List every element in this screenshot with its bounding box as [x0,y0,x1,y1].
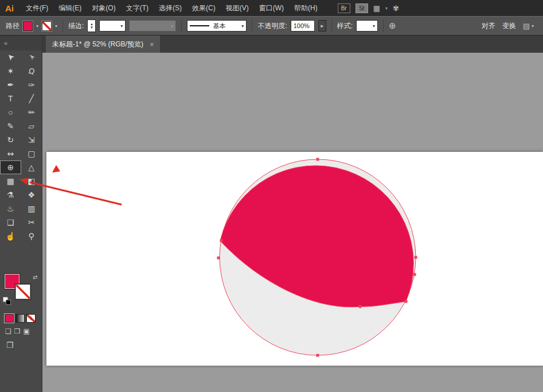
perspective-grid-tool[interactable]: △ [21,160,42,174]
none-mode-button[interactable] [26,314,36,323]
artboard-tool[interactable]: ❏ [0,215,21,229]
symbol-sprayer-tool[interactable]: ♨ [0,202,21,215]
type-tool[interactable]: T [0,92,21,105]
workspace-caret-icon[interactable]: ▾ [385,6,388,11]
separator [181,19,182,32]
default-stroke-icon[interactable] [6,300,11,305]
scale-tool[interactable]: ⇲ [21,133,42,147]
draw-behind-icon[interactable]: ❒ [14,327,21,335]
brush-caret-icon[interactable]: ▾ [171,23,173,29]
line-style-caret-icon[interactable]: ▾ [241,23,244,29]
menu-bar: Ai 文件(F) 编辑(E) 对象(O) 文字(T) 选择(S) 效果(C) 视… [0,0,543,16]
control-bar: 路径 ▾ ▾ 描边: ▲ ▼ ▾ ▾ 基本 ▾ 不透明度: 100% ▸ 样式:… [0,16,543,36]
swap-fill-stroke-icon[interactable]: ⇄ [33,274,37,280]
stroke-weight-caret-icon[interactable]: ▾ [120,23,123,29]
app-bar-right: Br St ▦ ▾ ✾ [338,3,399,13]
menu-effect[interactable]: 效果(C) [187,0,221,16]
screen-mode-row: ❐ [0,335,42,350]
menu-select[interactable]: 选择(S) [154,0,187,16]
line-style-value: 基本 [213,22,225,30]
zoom-tool[interactable]: ⚲ [21,229,42,243]
stroke-weight-stepper[interactable]: ▲ ▼ [87,19,96,32]
tools-panel: « ➤ ➢ ✶ Ω ✒ ✑ T ╱ ○ ✏ ✎ ▱ ↻ ⇲ ↭ ▢ ⊕ △ ▦ … [0,36,42,392]
free-transform-tool[interactable]: ▢ [21,147,42,160]
anchor-point[interactable] [317,158,319,161]
stroke-color-box[interactable] [15,284,30,299]
anchor-point[interactable] [359,305,362,308]
transform-button[interactable]: 变换 [502,21,516,31]
document-tab[interactable]: 未标题-1* @ 52% (RGB/预览) × [46,36,160,53]
column-graph-tool[interactable]: ▥ [21,202,42,215]
menu-view[interactable]: 视图(V) [221,0,254,16]
stroke-weight-label: 描边: [68,21,84,31]
screen-mode-icon[interactable]: ❐ [6,340,14,350]
draw-inside-icon[interactable]: ▣ [24,327,30,335]
menu-window[interactable]: 窗口(W) [254,0,289,16]
draw-normal-icon[interactable]: ❑ [5,327,11,335]
line-style-sample [190,25,209,26]
anchor-point[interactable] [413,273,416,276]
cs-live-icon[interactable]: ✾ [393,4,399,13]
menu-object[interactable]: 对象(O) [87,0,120,16]
align-button[interactable]: 对齐 [482,21,495,31]
stroke-color-swatch[interactable] [42,21,52,31]
selection-type-label: 路径 [6,21,19,31]
pen-tool[interactable]: ✒ [0,78,21,92]
menu-help[interactable]: 帮助(H) [289,0,323,16]
opacity-input[interactable]: 100% [291,20,315,32]
graphic-style-select[interactable]: ▾ [356,20,378,32]
fill-caret-icon[interactable]: ▾ [36,23,38,29]
line-segment-tool[interactable]: ╱ [21,92,42,105]
menu-type[interactable]: 文字(T) [121,0,154,16]
separator [62,19,63,32]
fill-color-swatch[interactable] [23,21,33,31]
style-label: 样式: [337,21,353,31]
document-setup-globe-icon[interactable]: ⊕ [389,21,396,31]
eraser-tool[interactable]: ▱ [21,119,42,133]
stock-button[interactable]: St [356,3,368,13]
panel-menu-icon[interactable]: ▤ [523,22,530,30]
anchor-point[interactable] [220,240,223,242]
line-style-select[interactable]: 基本 ▾ [187,20,247,32]
opacity-label: 不透明度: [257,21,287,31]
anchor-point[interactable] [217,257,220,260]
slice-tool[interactable]: ✂ [21,215,42,229]
menu-file[interactable]: 文件(F) [21,0,53,16]
opacity-forward-icon[interactable]: ▸ [318,20,326,32]
tool-grid: ➤ ➢ ✶ Ω ✒ ✑ T ╱ ○ ✏ ✎ ▱ ↻ ⇲ ↭ ▢ ⊕ △ ▦ ◧ … [0,50,42,243]
menu-edit[interactable]: 编辑(E) [53,0,87,16]
shape-builder-tool[interactable]: ⊕ [0,160,21,174]
anchor-point[interactable] [317,354,319,357]
eyedropper-tool[interactable]: ⚗ [0,188,21,202]
paintbrush-tool[interactable]: ✏ [21,105,42,119]
separator [331,19,332,32]
fill-stroke-widget: ⇄ [0,274,42,306]
draw-mode-row: ❑ ❒ ▣ [0,323,42,335]
color-mode-button[interactable] [5,314,14,323]
paint-mode-row [0,306,42,323]
stroke-weight-select[interactable]: ▾ [99,20,126,32]
workspace-icon[interactable]: ▦ [373,4,380,13]
bridge-button[interactable]: Br [338,3,350,13]
gradient-tool[interactable]: ◧ [21,174,42,188]
canvas-area[interactable] [42,53,543,392]
panel-caret-icon[interactable]: ▾ [532,23,534,29]
anchor-point[interactable] [405,300,408,303]
artboard[interactable] [46,152,543,366]
brush-definition-select[interactable]: ▾ [129,20,176,32]
document-tab-bar: 未标题-1* @ 52% (RGB/预览) × [42,36,543,53]
separator [252,19,252,32]
style-caret-icon[interactable]: ▾ [373,23,375,29]
stroke-caret-icon[interactable]: ▾ [55,23,57,29]
blend-tool[interactable]: ❖ [21,188,42,202]
stepper-down-icon[interactable]: ▼ [90,26,93,29]
mesh-tool[interactable]: ▦ [0,174,21,188]
anchor-point[interactable] [415,256,417,259]
hand-tool[interactable]: ☝ [0,229,21,243]
tab-close-icon[interactable]: × [150,40,154,49]
ellipse-tool[interactable]: ○ [0,105,21,119]
rotate-tool[interactable]: ↻ [0,133,21,147]
width-tool[interactable]: ↭ [0,147,21,160]
gradient-mode-button[interactable] [15,314,25,323]
pencil-tool[interactable]: ✎ [0,119,21,133]
